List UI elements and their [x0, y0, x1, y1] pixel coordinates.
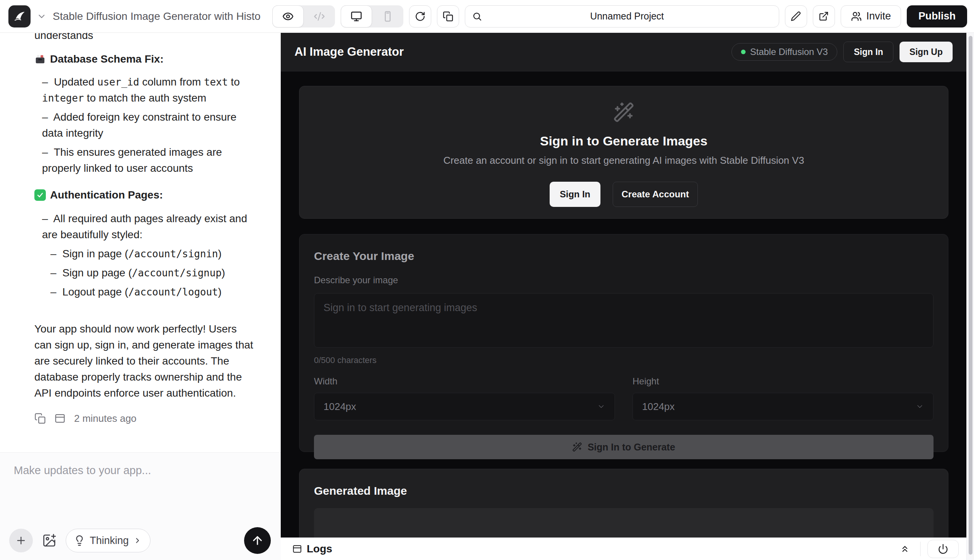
- refresh-button[interactable]: [409, 5, 431, 27]
- generated-image-title: Generated Image: [314, 484, 934, 497]
- message-footer: 2 minutes ago: [34, 410, 256, 427]
- inline-code: /account/logout: [128, 286, 218, 298]
- app-preview: AI Image Generator Stable Diffusion V3 S…: [281, 33, 966, 560]
- generate-button[interactable]: Sign In to Generate: [314, 435, 934, 459]
- preview-mode-button[interactable]: [272, 5, 304, 27]
- add-image-button[interactable]: [40, 532, 58, 549]
- users-icon: [851, 11, 862, 22]
- inline-code: integer: [42, 92, 84, 104]
- generate-button-label: Sign In to Generate: [588, 442, 675, 453]
- chat-sub-bullet: – Logout page (/account/logout): [50, 284, 256, 300]
- copy-icon: [443, 11, 453, 22]
- external-link-icon: [819, 11, 829, 22]
- code-icon: [314, 11, 325, 22]
- chat-closing-paragraph: Your app should now work perfectly! User…: [34, 321, 256, 401]
- expand-logs-button[interactable]: [897, 540, 913, 557]
- height-select[interactable]: 1024px: [633, 393, 934, 420]
- hero-subtitle: Create an account or sign in to start ge…: [443, 155, 804, 167]
- width-label: Width: [314, 376, 615, 387]
- clipped-chat-line: understands: [34, 33, 256, 43]
- project-header: Stable Diffusion Image Generator with Hi…: [0, 5, 272, 27]
- rename-button[interactable]: [785, 5, 807, 27]
- dimension-controls: Width 1024px Height 1024px: [314, 376, 934, 420]
- hero-sign-in-button[interactable]: Sign In: [550, 182, 600, 207]
- duplicate-button[interactable]: [437, 5, 459, 27]
- mobile-view-button[interactable]: [372, 5, 403, 27]
- send-button[interactable]: [244, 527, 271, 554]
- create-card-title: Create Your Image: [314, 250, 934, 263]
- hero-title: Sign in to Generate Images: [540, 133, 707, 148]
- chevron-down-icon: [597, 402, 605, 411]
- preview-app-header: AI Image Generator Stable Diffusion V3 S…: [281, 33, 966, 72]
- chat-message-area[interactable]: understands Database Schema Fix: – Updat…: [0, 33, 281, 452]
- project-name-input[interactable]: [482, 11, 772, 22]
- width-select[interactable]: 1024px: [314, 393, 615, 420]
- composer-input[interactable]: [0, 453, 281, 518]
- device-toggle: [341, 5, 403, 27]
- scrollbar-thumb[interactable]: [969, 36, 972, 555]
- check-mark-icon: [34, 189, 46, 201]
- eye-icon: [282, 11, 294, 22]
- describe-image-label: Describe your image: [314, 275, 934, 285]
- app-header-actions: Stable Diffusion V3 Sign In Sign Up: [732, 42, 952, 62]
- project-name-bar: [465, 5, 779, 27]
- window-icon: [292, 544, 302, 554]
- chevron-right-icon: [133, 536, 142, 545]
- smartphone-icon: [382, 11, 393, 22]
- thinking-mode-button[interactable]: Thinking: [66, 529, 150, 552]
- logs-label: Logs: [307, 543, 332, 555]
- app-title: AI Image Generator: [294, 45, 404, 59]
- view-mode-toggle: [272, 5, 335, 27]
- inline-code: text: [204, 77, 228, 88]
- chat-section-heading: Authentication Pages:: [34, 187, 256, 203]
- refresh-icon: [415, 11, 426, 22]
- invite-button[interactable]: Invite: [841, 5, 901, 27]
- width-value: 1024px: [324, 401, 356, 413]
- heading-text: Authentication Pages:: [50, 187, 163, 203]
- publish-button[interactable]: Publish: [907, 5, 967, 27]
- chat-sub-bullet: – Sign in page (/account/signin): [50, 246, 256, 262]
- open-in-new-tab-button[interactable]: [813, 5, 835, 27]
- toolbar-actions: Invite Publish: [272, 5, 974, 27]
- thinking-label: Thinking: [90, 535, 129, 547]
- header-sign-in-button[interactable]: Sign In: [844, 42, 894, 62]
- composer-actions: Thinking: [9, 527, 271, 554]
- chat-bullet: – All required auth pages already exist …: [42, 211, 256, 243]
- heading-text: Database Schema Fix:: [50, 51, 164, 67]
- generated-image-placeholder: [314, 508, 934, 537]
- project-title: Stable Diffusion Image Generator with Hi…: [53, 10, 267, 23]
- chevron-down-icon: [916, 402, 924, 411]
- add-attachment-button[interactable]: [9, 529, 33, 552]
- prompt-textarea[interactable]: [314, 293, 934, 348]
- chat-sub-bullet: – Sign up page (/account/signup): [50, 265, 256, 281]
- divider: [920, 542, 921, 556]
- monitor-icon: [351, 11, 362, 22]
- search-icon: [472, 12, 482, 22]
- project-menu-chevron-down-icon[interactable]: [37, 12, 47, 22]
- chat-composer: Thinking: [0, 452, 281, 560]
- hero-create-account-button[interactable]: Create Account: [613, 182, 698, 207]
- copy-message-icon[interactable]: [34, 413, 46, 424]
- wand-icon: [572, 442, 582, 452]
- chat-bullet: – Added foreign key constraint to ensure…: [42, 109, 256, 141]
- image-plus-icon: [42, 533, 57, 548]
- window-preview-icon[interactable]: [54, 413, 66, 424]
- logs-actions: [897, 540, 959, 558]
- app-logo: [8, 5, 30, 27]
- power-button[interactable]: [927, 540, 959, 558]
- power-icon: [938, 543, 948, 554]
- code-mode-button[interactable]: [304, 5, 335, 27]
- card-file-box-icon: [34, 53, 46, 65]
- inline-code: /account/signup: [132, 267, 222, 279]
- chat-panel: understands Database Schema Fix: – Updat…: [0, 33, 281, 560]
- header-sign-up-button[interactable]: Sign Up: [899, 42, 952, 62]
- logs-toggle[interactable]: Logs: [292, 543, 332, 555]
- model-badge: Stable Diffusion V3: [732, 43, 838, 61]
- generated-image-card: Generated Image: [299, 469, 948, 537]
- inline-code: user_id: [97, 77, 139, 88]
- preview-scroll-area[interactable]: Sign in to Generate Images Create an acc…: [281, 72, 966, 537]
- invite-label: Invite: [866, 10, 891, 22]
- sign-in-hero-card: Sign in to Generate Images Create an acc…: [299, 86, 948, 219]
- height-label: Height: [633, 376, 934, 387]
- desktop-view-button[interactable]: [341, 5, 372, 27]
